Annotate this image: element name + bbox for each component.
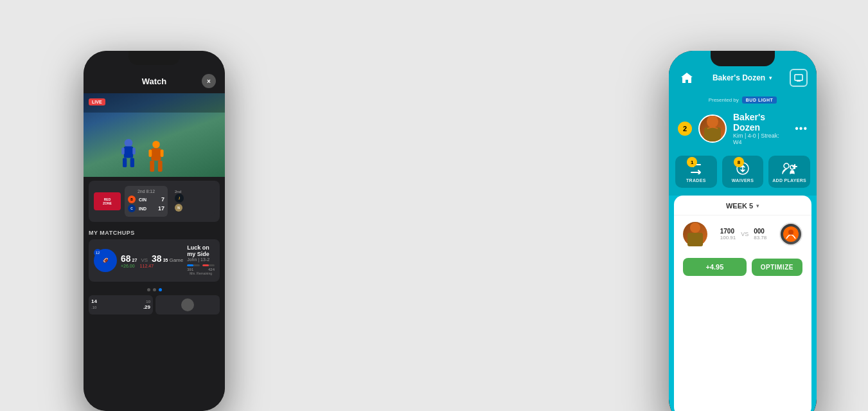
- week-label: WEEK 5: [726, 202, 753, 210]
- svg-rect-2: [123, 158, 127, 167]
- svg-rect-16: [704, 127, 721, 143]
- progress-bar-2: [202, 264, 215, 266]
- trades-button[interactable]: 1 TRADES: [675, 156, 717, 188]
- game-label: Game: [169, 257, 183, 263]
- progress-fill-2: [202, 264, 209, 266]
- score-vs-block: 17 00 100.91 VS 0 00 83.78: [713, 228, 774, 241]
- mini-matchup-1[interactable]: 14 10 .10 .29: [89, 295, 153, 315]
- league-selector[interactable]: Baker's Dozen ▼: [713, 73, 773, 82]
- svg-rect-7: [151, 148, 161, 160]
- trades-label: TRADES: [686, 178, 706, 183]
- score2-display: 0 00: [754, 228, 766, 235]
- score1-main: 68: [121, 253, 131, 264]
- score-row-ind: C IND 17: [128, 205, 164, 212]
- right-phone-screen: Baker's Dozen ▼ Presented by BUD LIGHT 2: [669, 51, 817, 411]
- svg-rect-4: [121, 147, 125, 154]
- bottom-mini-cards: 14 10 .10 .29: [84, 295, 225, 318]
- colts-helmet: 🏈: [103, 258, 109, 263]
- vs-label: VS: [141, 257, 148, 263]
- mini-row-1: 14 10: [91, 298, 150, 304]
- watch-video-player[interactable]: LIVE: [84, 93, 225, 177]
- rank-badge: 2: [678, 122, 692, 136]
- saints-row: N: [175, 204, 211, 212]
- svg-point-18: [784, 163, 789, 169]
- live-badge: LIVE: [89, 98, 105, 105]
- svg-rect-23: [687, 233, 703, 246]
- svg-point-22: [690, 223, 700, 233]
- score-card-left: 2nd 8:12 B CIN 7 C IND 17: [125, 186, 168, 217]
- jax-row: J: [175, 194, 211, 203]
- mini-score-2: .29: [143, 304, 150, 310]
- tv-icon[interactable]: [790, 69, 808, 87]
- redzone-score-card[interactable]: REDZONE 2nd 8:12 B CIN 7 C IND: [89, 181, 220, 222]
- phone-right: Baker's Dozen ▼ Presented by BUD LIGHT 2: [669, 51, 817, 411]
- svg-rect-9: [158, 161, 163, 172]
- add-players-button[interactable]: ADD PLAYERS: [768, 156, 810, 188]
- bengals-icon: B: [128, 196, 136, 203]
- mini-row-2: .10 .29: [91, 304, 150, 310]
- chevron-down-icon: ▼: [768, 75, 773, 81]
- waivers-label: WAIVERS: [732, 178, 754, 183]
- cin-score: 7: [161, 196, 164, 203]
- player-avatar-left: [683, 222, 707, 246]
- home-icon[interactable]: [678, 69, 696, 87]
- cin-name: CIN: [139, 197, 146, 202]
- svg-rect-11: [161, 149, 164, 157]
- saints-icon: N: [175, 204, 182, 212]
- optimize-bar: +4.95 OPTIMIZE: [674, 253, 811, 284]
- more-options-button[interactable]: •••: [795, 123, 808, 134]
- svg-point-25: [788, 230, 793, 235]
- week-header[interactable]: WEEK 5 ▾: [674, 196, 811, 215]
- team-meta-right: Kim | 4-0 | Streak: W4: [733, 132, 788, 145]
- score-header: 2nd 8:12: [128, 189, 164, 194]
- phone-left: Watch ×: [84, 51, 225, 411]
- action-buttons-row: 1 TRADES 8: [669, 152, 817, 196]
- colts-icon: C: [128, 205, 136, 212]
- progress-bar-1: [187, 264, 199, 266]
- player2-art: [147, 140, 165, 172]
- svg-rect-10: [148, 149, 152, 157]
- right-phone-notch: [711, 51, 775, 66]
- score1-change: +26.00: [121, 264, 135, 268]
- mini-label-1: 10: [146, 300, 150, 304]
- matchup-scores-row: 17 00 100.91 VS 0 00 83.78: [674, 215, 811, 253]
- vs-separator: VS: [741, 231, 748, 237]
- mini-avatar: [181, 298, 194, 311]
- trades-icon-wrap: 1: [688, 161, 704, 176]
- svg-point-6: [152, 141, 160, 149]
- left-phone-screen: Watch ×: [84, 51, 225, 411]
- mini-sub-1: .10: [91, 306, 96, 309]
- score2-change: 112.47: [140, 264, 154, 268]
- progress-fill-1: [187, 264, 193, 266]
- matchup-card[interactable]: 🏈 12 68 27 VS 38 35: [89, 239, 220, 282]
- add-players-icon: [782, 161, 797, 176]
- score2-main: 38: [152, 253, 162, 264]
- field-art: [84, 93, 225, 177]
- score2-block: 0 00 83.78: [754, 228, 766, 241]
- opponent-avatar: [779, 223, 802, 246]
- svg-rect-12: [795, 75, 802, 80]
- owner-name: Kim: [733, 132, 743, 139]
- score1-sub: 100.91: [720, 235, 736, 241]
- watch-close-button[interactable]: ×: [202, 74, 216, 88]
- waivers-button[interactable]: 8 WAIVERS: [722, 156, 764, 188]
- waivers-icon-wrap: 8: [735, 161, 750, 176]
- score1-display: 17 00: [720, 228, 736, 235]
- optimize-button[interactable]: OPTIMIZE: [752, 259, 802, 276]
- dot-2: [153, 288, 156, 291]
- mini-matchup-2[interactable]: [155, 295, 220, 315]
- scores-block: 68 27 VS 38 35 Game +26.00: [121, 253, 183, 268]
- score1-decimal: 27: [132, 253, 137, 264]
- my-matchups-section: MY MATCHUPS 🏈 12 68 27 VS 38: [84, 226, 225, 284]
- bud-light-logo: BUD LIGHT: [742, 96, 777, 104]
- team-record-left: John | 13-2: [187, 257, 215, 262]
- watch-header: Watch ×: [84, 69, 225, 93]
- score1-integer: 17: [720, 228, 727, 235]
- watch-title: Watch: [107, 77, 202, 86]
- presented-by-bar: Presented by BUD LIGHT: [669, 93, 817, 107]
- team-icon-colts: 🏈 12: [94, 249, 117, 272]
- jags-icon: J: [175, 194, 184, 203]
- dot-1: [147, 288, 150, 291]
- plus-score-display: +4.95: [683, 258, 747, 276]
- left-phone-notch: [128, 51, 180, 65]
